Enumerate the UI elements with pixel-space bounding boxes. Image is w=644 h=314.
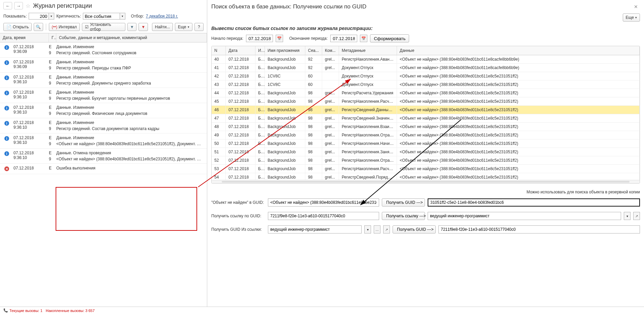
table-row[interactable]: 4807.12.2018Б...BackgroundJob98grel...Ре… xyxy=(212,123,640,131)
log-entry[interactable]: i07.12.20189:36:10Е9Данные. Изменение<Об… xyxy=(0,133,207,149)
field1-label: "Объект не найден" в GUID: xyxy=(211,200,265,205)
field1-input[interactable] xyxy=(268,198,379,207)
info-icon: i xyxy=(4,121,9,126)
col-g[interactable]: Г xyxy=(49,33,56,42)
table-row[interactable]: 4007.12.2018Б...BackgroundJob92grel...Ре… xyxy=(212,55,640,64)
folder-icon: 📄 xyxy=(6,25,11,29)
col-n[interactable]: N xyxy=(212,46,226,55)
info-icon: i xyxy=(4,91,9,95)
left-panel: ← → ☆ Журнал регистрации Показывать: ▾ К… xyxy=(0,0,207,314)
dropdown-btn-3[interactable]: ▾ xyxy=(364,225,371,233)
log-entry[interactable]: i07.12.20189:36:10Е9Данные. Отмена прове… xyxy=(0,149,207,164)
table-row[interactable]: 4207.12.2018Б...1CV8C60Документ.Отпуск<О… xyxy=(212,72,640,81)
star-icon[interactable]: ☆ xyxy=(26,3,30,9)
log-entry[interactable]: ✕07.12.2018ЕОшибка выполнения xyxy=(0,164,207,174)
field3-result[interactable] xyxy=(438,225,640,233)
nav-forward-button[interactable]: → xyxy=(14,2,23,9)
error-icon: ✕ xyxy=(4,166,9,171)
field2-input[interactable] xyxy=(268,212,379,220)
open-btn-3[interactable]: ↗ xyxy=(383,225,390,233)
set-filter-button[interactable]: ☑Установить отбор xyxy=(82,23,125,31)
table-row[interactable]: 4907.12.2018Б...BackgroundJob98grel...Ре… xyxy=(212,131,640,139)
status-bar: 📞 Текущие вызовы: 1 Накопленные вызовы: … xyxy=(0,307,644,314)
log-entry[interactable]: i07.12.20189:36:10Е9Данные. ИзменениеРег… xyxy=(0,118,207,133)
table-row[interactable]: 4707.12.2018Б...BackgroundJob98grel...Ре… xyxy=(212,114,640,123)
field1-result[interactable] xyxy=(428,198,640,207)
table-row[interactable]: 5007.12.2018Б...BackgroundJob98grel...Ре… xyxy=(212,139,640,148)
col-i[interactable]: И... xyxy=(255,46,265,55)
generate-button[interactable]: Сформировать xyxy=(370,34,409,42)
period-start-input[interactable] xyxy=(246,35,273,42)
filter-clear-button[interactable]: ▼ xyxy=(139,23,148,31)
log-entry[interactable]: i07.12.20189:36:09Е9Данные. ИзменениеРег… xyxy=(0,58,207,73)
filter-date-link[interactable]: 7 декабря 2018 г. xyxy=(146,14,178,19)
table-row[interactable]: 4107.12.2018Б...BackgroundJob92grel...До… xyxy=(212,64,640,72)
log-entry[interactable]: i07.12.20189:36:10Е9Данные. ИзменениеРег… xyxy=(0,73,207,88)
open-button[interactable]: 📄Открыть xyxy=(3,23,32,31)
period-start-label: Начало периода: xyxy=(211,36,243,41)
right-title: Поиск объекта в базе данных: Получение с… xyxy=(211,3,366,10)
log-entry[interactable]: i07.12.20189:36:09Е9Данные. ИзменениеРег… xyxy=(0,42,207,58)
log-entry[interactable]: i07.12.20189:36:10Е9Данные. ИзменениеРег… xyxy=(0,103,207,118)
refresh-button[interactable]: 🔍 xyxy=(34,23,43,31)
get-guid-button-1[interactable]: Получить GUID ---> xyxy=(382,198,425,207)
info-icon: i xyxy=(4,45,9,50)
log-body[interactable]: i07.12.20189:36:09Е9Данные. ИзменениеРег… xyxy=(0,42,207,314)
show-count-input[interactable] xyxy=(29,13,49,20)
accum-calls: Накопленные вызовы: 3 657 xyxy=(46,309,95,313)
criticality-select[interactable] xyxy=(83,13,120,20)
call-icon: 📞 xyxy=(3,308,8,313)
table-row[interactable]: 4507.12.2018Б...BackgroundJob98grel...Ре… xyxy=(212,97,640,106)
field2-result[interactable] xyxy=(428,212,621,220)
field3-label: Получить GUID Из ссылки: xyxy=(211,227,265,232)
section-title: Вывести список битых ссылок по записям ж… xyxy=(211,26,640,31)
close-button[interactable]: ✕ xyxy=(632,4,640,9)
help-button[interactable]: ? xyxy=(194,23,204,31)
filter-icon-1[interactable]: ▼ xyxy=(127,23,136,31)
show-dropdown-icon[interactable]: ▾ xyxy=(49,13,54,20)
table-row[interactable]: 5407.12.2018Б...BackgroundJob98grel...Ре… xyxy=(212,173,640,180)
get-guid-button-2[interactable]: Получить GUID ---> xyxy=(393,225,436,233)
col-kom[interactable]: Ком... xyxy=(322,46,339,55)
data-table-body[interactable]: 4007.12.2018Б...BackgroundJob92grel...Ре… xyxy=(212,55,640,180)
period-end-label: Окончание периода: xyxy=(289,36,328,41)
divider xyxy=(46,24,46,30)
col-event[interactable]: Событие, данные и метаданные, комментари… xyxy=(56,33,207,42)
dropdown-btn-2[interactable]: ▾ xyxy=(624,212,631,220)
period-end-input[interactable] xyxy=(330,35,357,42)
show-label: Показывать: xyxy=(3,14,27,19)
info-icon: i xyxy=(4,60,9,65)
col-meta[interactable]: Метаданные xyxy=(339,46,397,55)
calendar-end-icon[interactable]: 📅 xyxy=(360,35,367,42)
col-date-r[interactable]: Дата xyxy=(226,46,255,55)
col-sea[interactable]: Сеа... xyxy=(305,46,322,55)
calendar-start-icon[interactable]: 📅 xyxy=(276,35,283,42)
more-button-left[interactable]: Еще ▾ xyxy=(175,23,192,31)
filter-label: Отбор: xyxy=(131,14,144,19)
nav-back-button[interactable]: ← xyxy=(3,2,12,9)
col-data[interactable]: Данные xyxy=(397,46,640,55)
table-row[interactable]: 4307.12.2018Б...1CV8C60Документ.Отпуск<О… xyxy=(212,81,640,89)
info-icon: i xyxy=(4,136,9,141)
horizontal-scrollbar[interactable] xyxy=(212,180,640,183)
current-calls: Текущие вызовы: 1 xyxy=(9,309,42,313)
find-button[interactable]: Найти... xyxy=(152,23,173,31)
open-btn-2[interactable]: ↗ xyxy=(633,212,640,220)
table-row[interactable]: 4607.12.2018Б...BackgroundJob98grel...Ре… xyxy=(212,106,640,114)
get-link-button[interactable]: Получить ссылку ---> xyxy=(382,212,425,220)
col-date[interactable]: Дата, время xyxy=(0,33,49,42)
right-panel: Поиск объекта в базе данных: Получение с… xyxy=(207,0,644,314)
table-row[interactable]: 5107.12.2018Б...BackgroundJob98grel...Ре… xyxy=(212,148,640,156)
more-button-right[interactable]: Еще ▾ xyxy=(623,13,640,22)
interval-button[interactable]: (••)Интервал xyxy=(49,23,80,31)
log-entry[interactable]: i07.12.20189:36:10Е9Данные. ИзменениеРег… xyxy=(0,88,207,103)
field2-label: Получить ссылку по GUID: xyxy=(211,214,265,218)
col-app[interactable]: Имя приложения xyxy=(265,46,305,55)
table-row[interactable]: 5207.12.2018Б...BackgroundJob98grel...Ре… xyxy=(212,156,640,165)
field3-input[interactable] xyxy=(268,225,362,233)
table-row[interactable]: 5307.12.2018Б...BackgroundJob98grel...Ре… xyxy=(212,165,640,173)
table-row[interactable]: 4407.12.2018Б...BackgroundJob98grel...Ре… xyxy=(212,89,640,97)
ellipsis-btn-3[interactable]: … xyxy=(374,225,380,233)
info-icon: i xyxy=(4,151,9,156)
crit-dropdown-icon[interactable]: ▾ xyxy=(120,13,125,20)
